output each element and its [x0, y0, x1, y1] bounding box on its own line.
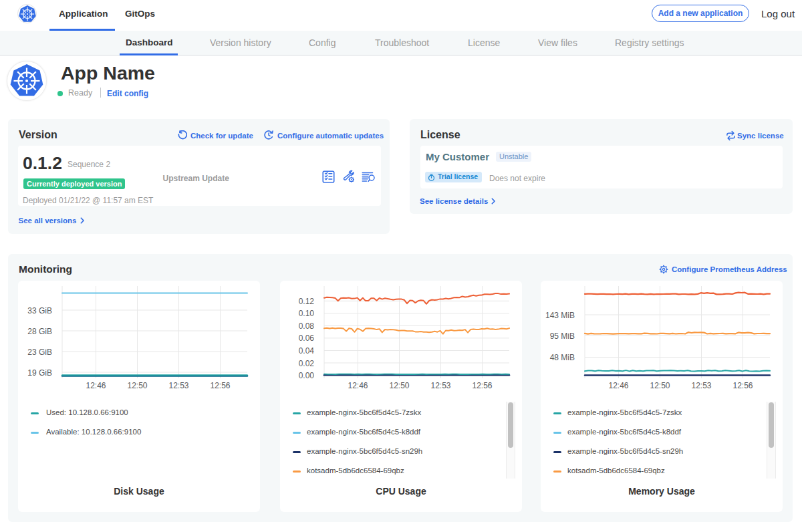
svg-text:12:50: 12:50: [389, 381, 409, 390]
svg-text:12:46: 12:46: [608, 381, 628, 390]
svg-text:12:53: 12:53: [430, 381, 450, 390]
svg-text:48 MiB: 48 MiB: [550, 353, 575, 362]
svg-text:12:46: 12:46: [86, 381, 106, 390]
svg-text:12:50: 12:50: [127, 381, 147, 390]
svg-text:0.04: 0.04: [299, 346, 315, 356]
svg-text:33 GiB: 33 GiB: [27, 306, 52, 315]
svg-text:19 GiB: 19 GiB: [27, 368, 52, 378]
svg-text:12:50: 12:50: [650, 381, 670, 390]
svg-text:0.08: 0.08: [299, 321, 315, 331]
svg-text:12:53: 12:53: [691, 381, 711, 390]
svg-text:12:53: 12:53: [168, 381, 188, 390]
svg-text:28 GiB: 28 GiB: [27, 327, 52, 336]
svg-text:95 MiB: 95 MiB: [550, 331, 575, 341]
svg-text:0.06: 0.06: [299, 334, 315, 343]
svg-text:0.02: 0.02: [299, 359, 315, 368]
svg-text:0.12: 0.12: [299, 297, 315, 306]
svg-text:12:56: 12:56: [472, 381, 492, 390]
svg-text:12:56: 12:56: [210, 381, 230, 390]
svg-text:23 GiB: 23 GiB: [27, 348, 52, 357]
svg-text:12:46: 12:46: [348, 381, 368, 390]
svg-text:0.10: 0.10: [299, 309, 315, 318]
svg-text:0.00: 0.00: [299, 371, 315, 380]
svg-text:12:56: 12:56: [732, 381, 753, 390]
svg-text:143 MiB: 143 MiB: [545, 311, 575, 320]
